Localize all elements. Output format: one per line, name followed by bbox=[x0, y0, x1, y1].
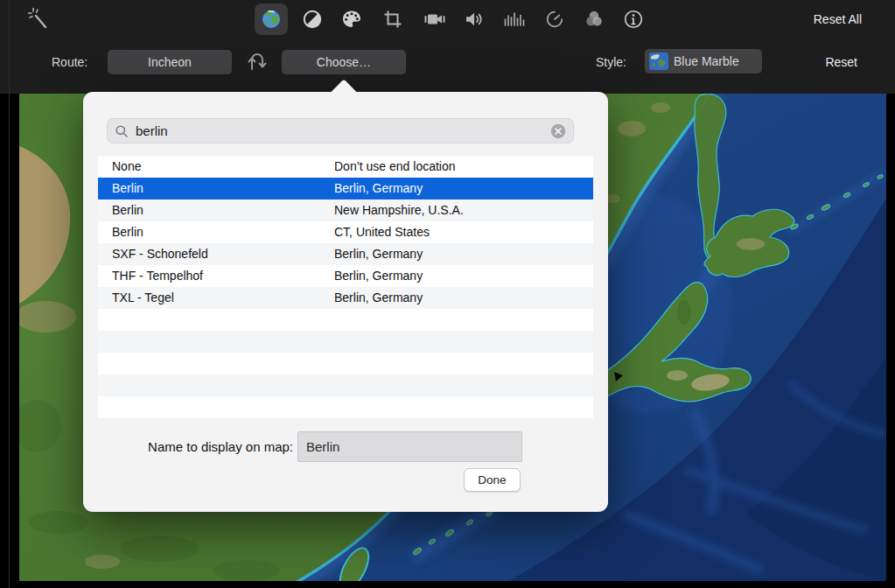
done-label: Done bbox=[478, 473, 506, 486]
style-label: Style: bbox=[596, 55, 626, 69]
magic-wand-icon bbox=[26, 6, 52, 32]
result-name: TXL - Tegel bbox=[112, 287, 174, 309]
color-circles-icon bbox=[583, 8, 605, 31]
tab-crop[interactable] bbox=[376, 4, 409, 35]
result-location: Berlin, Germany bbox=[334, 265, 423, 287]
result-name: THF - Tempelhof bbox=[112, 265, 203, 287]
name-to-display-input[interactable] bbox=[298, 432, 521, 461]
tab-map-globe[interactable] bbox=[255, 4, 288, 35]
audio-levels-icon bbox=[503, 9, 526, 30]
location-row[interactable]: THF - TempelhofBerlin, Germany bbox=[98, 265, 593, 287]
result-location: CT, United States bbox=[334, 221, 430, 243]
name-to-display-label: Name to display on map: bbox=[98, 439, 293, 454]
toolbar: Reset All Route: Incheon Choose… Style: … bbox=[0, 0, 895, 94]
route-start-button[interactable]: Incheon bbox=[108, 50, 232, 74]
result-name: None bbox=[112, 156, 141, 178]
location-row[interactable]: BerlinNew Hampshire, U.S.A. bbox=[98, 200, 593, 221]
location-row-empty[interactable] bbox=[98, 331, 593, 353]
search-input[interactable] bbox=[134, 122, 550, 139]
palette-icon bbox=[340, 8, 363, 31]
tab-audio-levels[interactable] bbox=[498, 4, 531, 35]
contrast-icon bbox=[302, 9, 323, 30]
result-name: Berlin bbox=[112, 221, 143, 243]
pane-splitter[interactable] bbox=[9, 0, 10, 588]
info-icon bbox=[623, 9, 644, 30]
clear-circle-x-icon bbox=[550, 123, 566, 139]
tab-speed[interactable] bbox=[538, 4, 571, 35]
done-button[interactable]: Done bbox=[464, 468, 521, 492]
tab-info[interactable] bbox=[617, 4, 650, 35]
auto-enhance-wand-icon[interactable] bbox=[23, 4, 56, 35]
choose-label: Choose… bbox=[317, 55, 371, 69]
clear-search-button[interactable] bbox=[550, 123, 566, 139]
swap-route-button[interactable] bbox=[245, 52, 269, 76]
tab-volume[interactable] bbox=[458, 4, 492, 35]
result-location: Berlin, Germany bbox=[334, 178, 423, 200]
tab-color[interactable] bbox=[335, 4, 368, 35]
globe-icon bbox=[260, 8, 283, 31]
result-location: Berlin, Germany bbox=[334, 243, 423, 265]
style-select[interactable]: Blue Marble bbox=[645, 49, 762, 74]
result-location: New Hampshire, U.S.A. bbox=[334, 200, 464, 221]
location-search-popover: NoneDon’t use end locationBerlinBerlin, … bbox=[83, 92, 608, 512]
style-value: Blue Marble bbox=[674, 54, 739, 68]
tab-stabilization[interactable] bbox=[418, 4, 451, 35]
result-name: Berlin bbox=[112, 178, 143, 200]
result-location: Don’t use end location bbox=[334, 156, 456, 178]
location-row[interactable]: BerlinBerlin, Germany bbox=[98, 178, 593, 200]
location-row-empty[interactable] bbox=[98, 353, 593, 374]
reset-button[interactable]: Reset bbox=[825, 55, 857, 69]
location-row[interactable]: SXF - SchonefeldBerlin, Germany bbox=[98, 243, 593, 265]
swap-arrows-icon bbox=[245, 52, 269, 73]
speedometer-icon bbox=[544, 9, 565, 30]
location-list: NoneDon’t use end locationBerlinBerlin, … bbox=[98, 156, 593, 418]
tab-color-correction[interactable] bbox=[577, 4, 611, 35]
name-to-display-field bbox=[297, 431, 522, 462]
tab-filters[interactable] bbox=[296, 4, 329, 35]
result-location: Berlin, Germany bbox=[334, 287, 423, 309]
location-row-empty[interactable] bbox=[98, 309, 593, 331]
route-label: Route: bbox=[52, 55, 87, 69]
route-end-choose-button[interactable]: Choose… bbox=[282, 50, 406, 74]
magnifier-icon bbox=[115, 124, 129, 138]
location-row-empty[interactable] bbox=[98, 396, 593, 418]
crop-icon bbox=[382, 9, 403, 30]
reset-all-button[interactable]: Reset All bbox=[814, 12, 862, 26]
result-name: Berlin bbox=[112, 200, 143, 221]
location-row[interactable]: TXL - TegelBerlin, Germany bbox=[98, 287, 593, 309]
location-row-empty[interactable] bbox=[98, 374, 593, 396]
location-row[interactable]: NoneDon’t use end location bbox=[98, 156, 593, 178]
route-start-value: Incheon bbox=[148, 55, 192, 69]
result-name: SXF - Schonefeld bbox=[112, 243, 208, 265]
blue-marble-thumbnail-icon bbox=[649, 52, 668, 70]
search-field[interactable] bbox=[107, 118, 574, 144]
video-camera-icon bbox=[423, 9, 446, 30]
location-row[interactable]: BerlinCT, United States bbox=[98, 221, 593, 243]
speaker-icon bbox=[464, 9, 486, 30]
